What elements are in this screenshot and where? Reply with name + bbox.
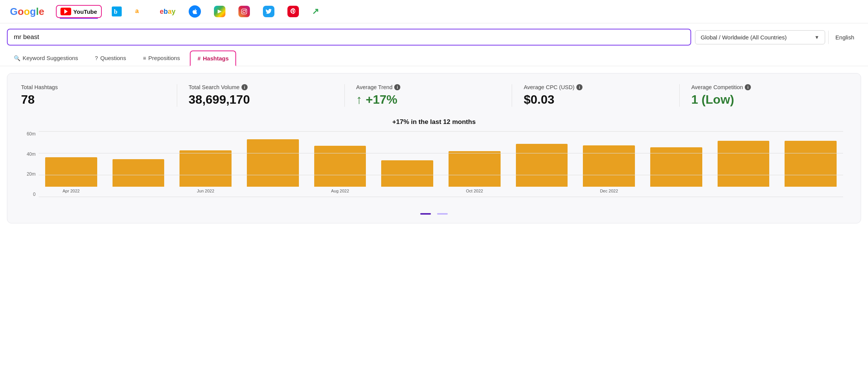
youtube-active-underline — [60, 18, 98, 19]
question-icon: ? — [95, 55, 98, 61]
nav-google[interactable]: Google — [7, 5, 49, 18]
y-label-0: 0 — [33, 192, 36, 197]
googleplay-icon — [214, 6, 225, 17]
stats-row: Total Hashtags 78 Total Search Volume i … — [21, 84, 847, 107]
nav-amazon[interactable]: a — [132, 5, 150, 18]
tab-questions-label: Questions — [100, 55, 126, 61]
nav-ebay[interactable]: ebay — [157, 6, 179, 17]
bar-group-10 — [711, 131, 776, 197]
search-input[interactable] — [14, 33, 684, 41]
stat-avg-competition: Average Competition i 1 (Low) — [680, 84, 847, 107]
bar-7 — [516, 144, 568, 187]
total-search-volume-info-icon[interactable]: i — [241, 84, 248, 90]
bar-group-3 — [240, 131, 305, 197]
chart-legend — [25, 213, 843, 215]
bar-label-8: Dec 2022 — [600, 189, 618, 197]
avg-trend-info-icon[interactable]: i — [394, 84, 400, 90]
total-hashtags-label: Total Hashtags — [21, 84, 165, 90]
avg-trend-label: Average Trend i — [356, 84, 501, 90]
chart-title: +17% in the last 12 months — [25, 118, 843, 126]
legend-item-secondary — [437, 213, 448, 215]
language-label: English — [828, 31, 861, 44]
bar-group-0: Apr 2022 — [39, 131, 104, 197]
tab-keyword-suggestions-label: Keyword Suggestions — [23, 55, 78, 61]
avg-cpc-info-icon[interactable]: i — [576, 84, 582, 90]
avg-cpc-value: $0.03 — [524, 93, 668, 107]
svg-point-5 — [245, 10, 246, 10]
nav-instagram[interactable] — [235, 4, 253, 19]
svg-text:a: a — [135, 7, 139, 15]
stat-avg-cpc: Average CPC (USD) i $0.03 — [512, 84, 680, 107]
nav-googleplay[interactable] — [211, 4, 228, 19]
bar-group-1 — [106, 131, 171, 197]
search-input-container[interactable] — [7, 29, 691, 46]
bar-4 — [314, 146, 366, 187]
chart-bars: Apr 2022Jun 2022Aug 2022Oct 2022Dec 2022 — [39, 131, 843, 208]
country-selector[interactable]: Global / Worldwide (All Countries) ▼ — [695, 30, 825, 44]
tab-keyword-suggestions[interactable]: 🔍 Keyword Suggestions — [7, 51, 85, 65]
y-label-40m: 40m — [27, 152, 36, 157]
chart-section: +17% in the last 12 months 60m 40m 20m 0 — [21, 118, 847, 215]
trends-icon: ↗ — [312, 7, 319, 16]
bar-group-4: Aug 2022 — [308, 131, 373, 197]
nav-bing[interactable]: b — [109, 5, 125, 18]
avg-competition-label: Average Competition i — [691, 84, 835, 90]
twitter-icon — [263, 6, 274, 17]
bar-9 — [650, 147, 702, 187]
nav-youtube[interactable]: YouTube — [56, 5, 102, 18]
bar-2 — [179, 150, 232, 187]
stat-total-search-volume: Total Search Volume i 38,699,170 — [177, 84, 345, 107]
search-icon: 🔍 — [14, 55, 20, 61]
search-row: Global / Worldwide (All Countries) ▼ Eng… — [0, 23, 868, 49]
avg-cpc-label: Average CPC (USD) i — [524, 84, 668, 90]
bar-label-6: Oct 2022 — [466, 189, 483, 197]
avg-competition-info-icon[interactable]: i — [745, 84, 751, 90]
bar-group-5 — [375, 131, 440, 197]
bar-11 — [785, 141, 837, 187]
total-hashtags-value: 78 — [21, 93, 165, 107]
amazon-icon: a — [135, 7, 147, 16]
instagram-icon — [238, 6, 250, 17]
y-label-60m: 60m — [27, 131, 36, 137]
bing-icon: b — [112, 7, 122, 16]
prepositions-icon: ≡ — [143, 55, 146, 61]
chevron-down-icon: ▼ — [814, 34, 819, 40]
tab-hashtags-label: Hashtags — [203, 55, 229, 62]
bar-group-11 — [778, 131, 843, 197]
bar-label-4: Aug 2022 — [331, 189, 349, 197]
tab-prepositions-label: Prepositions — [148, 55, 180, 61]
chart-bars-area: Apr 2022Jun 2022Aug 2022Oct 2022Dec 2022 — [39, 131, 843, 208]
legend-dot-primary — [420, 213, 431, 215]
bar-5 — [381, 160, 433, 187]
nav-trends[interactable]: ↗ — [309, 5, 322, 18]
tab-questions[interactable]: ? Questions — [88, 51, 133, 65]
bar-group-6: Oct 2022 — [442, 131, 507, 197]
chart-y-axis: 60m 40m 20m 0 — [25, 131, 39, 208]
bar-1 — [113, 159, 165, 187]
avg-competition-value: 1 (Low) — [691, 93, 835, 107]
bar-10 — [718, 141, 770, 187]
nav-pinterest[interactable] — [284, 4, 302, 19]
svg-point-4 — [243, 10, 245, 13]
appstore-icon — [189, 5, 201, 18]
nav-twitter[interactable] — [260, 4, 277, 19]
hashtag-icon: # — [197, 55, 201, 62]
stat-total-hashtags: Total Hashtags 78 — [21, 84, 177, 107]
tab-hashtags[interactable]: # Hashtags — [190, 51, 236, 66]
y-label-20m: 20m — [27, 171, 36, 177]
tabs-navigation: 🔍 Keyword Suggestions ? Questions ≡ Prep… — [0, 49, 868, 66]
bar-group-9 — [644, 131, 709, 197]
avg-trend-value: ↑ +17% — [356, 93, 501, 107]
ebay-icon: ebay — [160, 8, 176, 16]
chart-container: 60m 40m 20m 0 Apr 2022Jun 2022Aug 2022Oc… — [25, 131, 843, 208]
bar-3 — [247, 139, 299, 187]
stat-avg-trend: Average Trend i ↑ +17% — [345, 84, 512, 107]
tab-prepositions[interactable]: ≡ Prepositions — [136, 51, 187, 65]
nav-appstore[interactable] — [186, 4, 204, 19]
country-value: Global / Worldwide (All Countries) — [701, 34, 811, 41]
bar-8 — [583, 145, 635, 187]
youtube-label: YouTube — [73, 8, 97, 15]
bar-0 — [45, 157, 97, 187]
bar-group-2: Jun 2022 — [173, 131, 238, 197]
youtube-logo: YouTube — [60, 8, 97, 15]
